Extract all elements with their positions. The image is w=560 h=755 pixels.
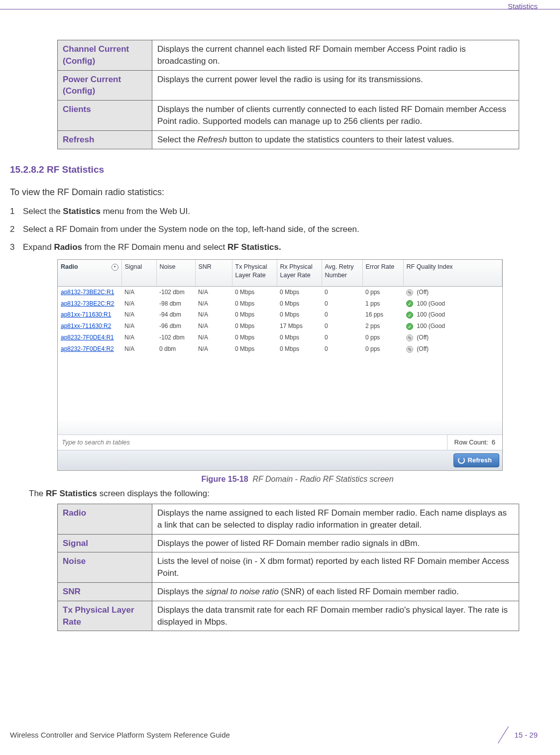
param-desc: Select the Refresh button to update the … xyxy=(152,130,519,149)
cell-rx: 0 Mbps xyxy=(277,332,322,343)
cell-tx: 0 Mbps xyxy=(232,309,277,321)
param-label: Radio xyxy=(58,504,152,535)
table-row: ap8232-7F0DE4:R2N/A0 dbmN/A0 Mbps0 Mbps0… xyxy=(58,343,502,355)
col-snr[interactable]: SNR xyxy=(195,260,232,287)
cell-snr: N/A xyxy=(195,309,232,321)
section-heading: 15.2.8.2 RF Statistics xyxy=(10,163,538,177)
rf-quality-cell: ✎ (Off) xyxy=(403,286,502,298)
cell-rx: 0 Mbps xyxy=(277,286,322,298)
param-desc: Displays the signal to noise ratio (SNR)… xyxy=(152,583,519,601)
radio-link[interactable]: ap81xx-711630:R1 xyxy=(58,309,121,321)
cell-signal: N/A xyxy=(121,321,156,332)
rf-quality-cell: ✎ (Off) xyxy=(403,343,502,355)
cell-err: 0 pps xyxy=(362,286,403,298)
disabled-icon: ✎ xyxy=(406,334,413,341)
col-rx[interactable]: Rx Physical Layer Rate xyxy=(277,260,322,287)
param-label: Noise xyxy=(58,552,152,583)
col-noise[interactable]: Noise xyxy=(156,260,195,287)
param-table-top: Channel Current (Config)Displays the cur… xyxy=(57,40,519,149)
rf-quality-cell: ✓ 100 (Good xyxy=(403,298,502,310)
cell-rx: 0 Mbps xyxy=(277,343,322,355)
cell-rx: 17 Mbps xyxy=(277,321,322,332)
cell-retry: 0 xyxy=(322,309,362,321)
cell-err: 0 pps xyxy=(362,332,403,343)
radio-link[interactable]: ap8132-73BE2C:R1 xyxy=(58,286,121,298)
radio-link[interactable]: ap8232-7F0DE4:R1 xyxy=(58,332,121,343)
check-icon: ✓ xyxy=(406,312,413,319)
cell-noise: 0 dbm xyxy=(156,343,195,355)
param-desc: Displays the power of listed RF Domain m… xyxy=(152,534,519,552)
rf-stats-screenshot: Radio• Signal Noise SNR Tx Physical Laye… xyxy=(57,259,503,471)
table-row: ap8132-73BE2C:R1N/A-102 dbmN/A0 Mbps0 Mb… xyxy=(58,286,502,298)
cell-signal: N/A xyxy=(121,343,156,355)
intro-text: To view the RF Domain radio statistics: xyxy=(10,186,538,199)
cell-snr: N/A xyxy=(195,286,232,298)
step-body: Select the Statistics menu from the Web … xyxy=(23,206,538,217)
lead-text: The RF Statistics screen displays the fo… xyxy=(29,488,538,500)
step-number: 1 xyxy=(10,206,23,217)
param-label: Refresh xyxy=(58,130,152,149)
param-label: Tx Physical Layer Rate xyxy=(58,601,152,631)
refresh-button[interactable]: Refresh xyxy=(453,453,499,467)
param-label: Channel Current (Config) xyxy=(58,40,152,71)
sort-indicator-icon[interactable]: • xyxy=(112,264,118,271)
step-body: Expand Radios from the RF Domain menu an… xyxy=(23,241,538,253)
cell-noise: -102 dbm xyxy=(156,286,195,298)
step: 2Select a RF Domain from under the Syste… xyxy=(10,223,538,235)
disabled-icon: ✎ xyxy=(406,289,413,296)
table-row: ap81xx-711630:R1N/A-94 dbmN/A0 Mbps0 Mbp… xyxy=(58,309,502,321)
cell-rx: 0 Mbps xyxy=(277,309,322,321)
cell-tx: 0 Mbps xyxy=(232,321,277,332)
cell-err: 16 pps xyxy=(362,309,403,321)
cell-signal: N/A xyxy=(121,298,156,310)
cell-noise: -102 dbm xyxy=(156,332,195,343)
cell-tx: 0 Mbps xyxy=(232,332,277,343)
cell-retry: 0 xyxy=(322,286,362,298)
refresh-icon xyxy=(458,457,465,464)
footer-guide-title: Wireless Controller and Service Platform… xyxy=(10,730,230,740)
col-tx[interactable]: Tx Physical Layer Rate xyxy=(232,260,277,287)
cell-noise: -98 dbm xyxy=(156,298,195,310)
step-body: Select a RF Domain from under the System… xyxy=(23,223,538,235)
radio-link[interactable]: ap8132-73BE2C:R2 xyxy=(58,298,121,310)
col-radio[interactable]: Radio xyxy=(61,263,78,270)
col-rfq[interactable]: RF Quality Index xyxy=(403,260,502,287)
figure-caption: Figure 15-18 RF Domain - Radio RF Statis… xyxy=(57,474,538,485)
cell-tx: 0 Mbps xyxy=(232,343,277,355)
cell-snr: N/A xyxy=(195,298,232,310)
rf-quality-cell: ✓ 100 (Good xyxy=(403,321,502,332)
cell-signal: N/A xyxy=(121,286,156,298)
step-number: 3 xyxy=(10,241,23,253)
param-desc: Lists the level of noise (in - X dbm for… xyxy=(152,552,519,583)
header-divider xyxy=(0,9,560,9)
col-error[interactable]: Error Rate xyxy=(362,260,403,287)
table-row: ap81xx-711630:R2N/A-96 dbmN/A0 Mbps17 Mb… xyxy=(58,321,502,332)
cell-tx: 0 Mbps xyxy=(232,298,277,310)
cell-signal: N/A xyxy=(121,332,156,343)
param-desc: Displays the name assigned to each liste… xyxy=(152,504,519,535)
col-retry[interactable]: Avg. Retry Number xyxy=(322,260,362,287)
table-row: ap8132-73BE2C:R2N/A-98 dbmN/A0 Mbps0 Mbp… xyxy=(58,298,502,310)
cell-noise: -94 dbm xyxy=(156,309,195,321)
table-search-input[interactable] xyxy=(58,435,448,450)
param-table-bottom: RadioDisplays the name assigned to each … xyxy=(57,504,519,631)
rf-quality-cell: ✓ 100 (Good xyxy=(403,309,502,321)
cell-retry: 0 xyxy=(322,321,362,332)
radio-link[interactable]: ap81xx-711630:R2 xyxy=(58,321,121,332)
check-icon: ✓ xyxy=(406,300,413,307)
col-signal[interactable]: Signal xyxy=(121,260,156,287)
step-number: 2 xyxy=(10,223,23,235)
step: 3Expand Radios from the RF Domain menu a… xyxy=(10,241,538,253)
cell-err: 0 pps xyxy=(362,343,403,355)
param-desc: Displays the number of clients currently… xyxy=(152,101,519,131)
param-desc: Displays the current channel each listed… xyxy=(152,40,519,71)
cell-snr: N/A xyxy=(195,343,232,355)
param-label: Power Current (Config) xyxy=(58,70,152,101)
disabled-icon: ✎ xyxy=(406,346,413,353)
table-empty-space xyxy=(58,355,502,434)
cell-snr: N/A xyxy=(195,332,232,343)
radio-link[interactable]: ap8232-7F0DE4:R2 xyxy=(58,343,121,355)
rf-stats-table: Radio• Signal Noise SNR Tx Physical Laye… xyxy=(58,260,502,355)
cell-snr: N/A xyxy=(195,321,232,332)
cell-err: 2 pps xyxy=(362,321,403,332)
